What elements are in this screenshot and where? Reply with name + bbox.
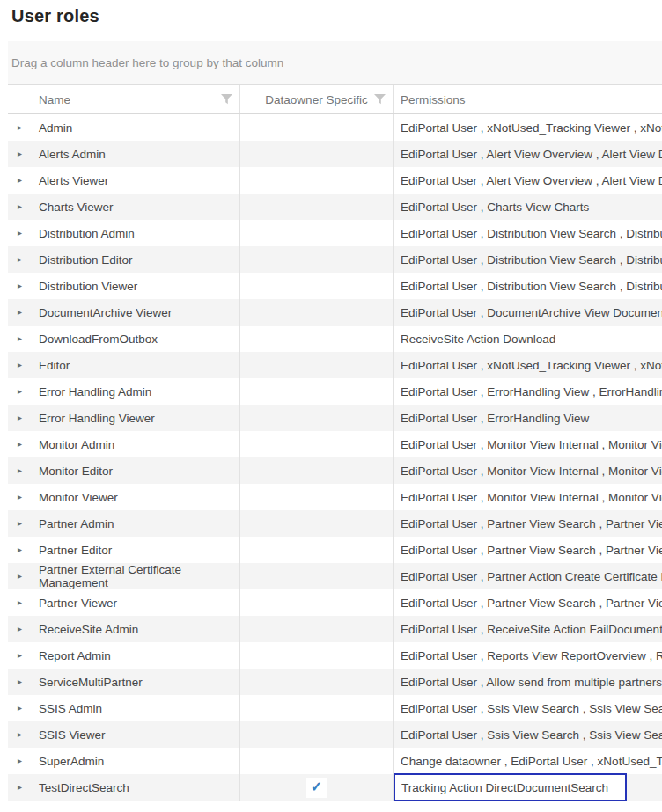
expand-row-icon[interactable]: ▸	[18, 387, 39, 396]
table-row[interactable]: ▸ Charts Viewer EdiPortal User , Charts …	[8, 194, 662, 220]
dataowner-specific-cell[interactable]	[240, 246, 394, 273]
dataowner-specific-cell[interactable]	[240, 273, 394, 299]
permissions-cell[interactable]: EdiPortal User , xNotUsed_Tracking Viewe…	[394, 352, 662, 378]
permissions-cell[interactable]: EdiPortal User , Ssis View Search , Ssis…	[394, 695, 662, 721]
permissions-cell[interactable]: EdiPortal User , Charts View Charts	[394, 194, 662, 220]
name-cell[interactable]: ▸ Partner External Certificate Managemen…	[8, 563, 240, 589]
permissions-cell[interactable]: EdiPortal User , Distribution View Searc…	[394, 220, 662, 246]
table-row[interactable]: ▸ Report Admin EdiPortal User , Reports …	[8, 642, 662, 669]
table-row[interactable]: ▸ SSIS Viewer EdiPortal User , Ssis View…	[8, 721, 662, 748]
dataowner-specific-cell[interactable]	[240, 537, 394, 563]
group-by-drop-zone[interactable]: Drag a column header here to group by th…	[8, 41, 662, 85]
expand-row-icon[interactable]: ▸	[18, 282, 39, 290]
column-header-dataowner-specific[interactable]: Dataowner Specific	[240, 85, 394, 113]
name-cell[interactable]: ▸ Monitor Editor	[8, 457, 240, 484]
dataowner-specific-cell[interactable]: ✓	[240, 774, 394, 801]
name-cell[interactable]: ▸ Distribution Viewer	[8, 273, 240, 299]
name-cell[interactable]: ▸ TestDirectSearch	[8, 774, 240, 801]
dataowner-specific-cell[interactable]	[240, 299, 394, 326]
name-cell[interactable]: ▸ Alerts Admin	[8, 141, 240, 167]
expand-row-icon[interactable]: ▸	[18, 730, 39, 739]
table-row[interactable]: ▸ ReceiveSite Admin EdiPortal User , Rec…	[8, 616, 662, 642]
dataowner-specific-cell[interactable]	[240, 510, 394, 537]
permissions-cell[interactable]: EdiPortal User , Distribution View Searc…	[394, 273, 662, 299]
table-row[interactable]: ▸ Monitor Viewer EdiPortal User , Monito…	[8, 484, 662, 510]
expand-row-icon[interactable]: ▸	[18, 651, 39, 660]
permissions-cell[interactable]: EdiPortal User , Allow send from multipl…	[394, 669, 662, 695]
name-cell[interactable]: ▸ Partner Editor	[8, 537, 240, 563]
permissions-cell[interactable]: EdiPortal User , Ssis View Search , Ssis…	[394, 721, 662, 748]
column-header-permissions[interactable]: Permissions	[394, 85, 662, 113]
permissions-cell[interactable]: EdiPortal User , Alert View Overview , A…	[394, 167, 662, 194]
expand-row-icon[interactable]: ▸	[18, 334, 39, 343]
dataowner-specific-cell[interactable]	[240, 695, 394, 721]
expand-row-icon[interactable]: ▸	[18, 229, 39, 238]
dataowner-specific-cell[interactable]	[240, 114, 394, 141]
name-cell[interactable]: ▸ Distribution Editor	[8, 246, 240, 273]
expand-row-icon[interactable]: ▸	[18, 519, 39, 528]
table-row[interactable]: ▸ SSIS Admin EdiPortal User , Ssis View …	[8, 695, 662, 721]
expand-row-icon[interactable]: ▸	[18, 413, 39, 422]
permissions-cell[interactable]: EdiPortal User , ErrorHandling View	[394, 405, 662, 431]
table-row[interactable]: ▸ Distribution Viewer EdiPortal User , D…	[8, 273, 662, 299]
expand-row-icon[interactable]: ▸	[18, 466, 39, 475]
expand-row-icon[interactable]: ▸	[18, 598, 39, 607]
name-cell[interactable]: ▸ Distribution Admin	[8, 220, 240, 246]
permissions-cell[interactable]: EdiPortal User , Partner View Search , P…	[394, 589, 662, 616]
dataowner-specific-cell[interactable]	[240, 669, 394, 695]
table-row[interactable]: ▸ Partner External Certificate Managemen…	[8, 563, 662, 589]
permissions-cell[interactable]: EdiPortal User , Monitor View Internal ,…	[394, 431, 662, 457]
dataowner-specific-cell[interactable]	[240, 405, 394, 431]
dataowner-specific-cell[interactable]	[240, 141, 394, 167]
dataowner-specific-cell[interactable]	[240, 326, 394, 352]
permissions-cell[interactable]: Change dataowner , EdiPortal User , xNot…	[394, 748, 662, 774]
checkbox[interactable]: ✓	[306, 778, 327, 798]
expand-row-icon[interactable]: ▸	[18, 361, 39, 369]
dataowner-specific-cell[interactable]	[240, 352, 394, 378]
table-row[interactable]: ▸ Partner Editor EdiPortal User , Partne…	[8, 537, 662, 563]
table-row[interactable]: ▸ Monitor Admin EdiPortal User , Monitor…	[8, 431, 662, 457]
permissions-cell[interactable]: Tracking Action DirectDocumentSearch	[394, 774, 662, 801]
table-row[interactable]: ▸ ServiceMultiPartner EdiPortal User , A…	[8, 669, 662, 695]
table-row[interactable]: ▸ Editor EdiPortal User , xNotUsed_Track…	[8, 352, 662, 378]
table-row[interactable]: ▸ Monitor Editor EdiPortal User , Monito…	[8, 457, 662, 484]
name-cell[interactable]: ▸ Charts Viewer	[8, 194, 240, 220]
expand-row-icon[interactable]: ▸	[18, 440, 39, 449]
dataowner-specific-cell[interactable]	[240, 431, 394, 457]
permissions-cell[interactable]: EdiPortal User , Monitor View Internal ,…	[394, 457, 662, 484]
permissions-cell[interactable]: EdiPortal User , Monitor View Internal ,…	[394, 484, 662, 510]
name-cell[interactable]: ▸ Error Handling Viewer	[8, 405, 240, 431]
table-row[interactable]: ▸ DownloadFromOutbox ReceiveSite Action …	[8, 326, 662, 352]
dataowner-specific-cell[interactable]	[240, 194, 394, 220]
name-cell[interactable]: ▸ Monitor Viewer	[8, 484, 240, 510]
table-row[interactable]: ▸ DocumentArchive Viewer EdiPortal User …	[8, 299, 662, 326]
permissions-cell[interactable]: EdiPortal User , Alert View Overview , A…	[394, 141, 662, 167]
expand-row-icon[interactable]: ▸	[18, 783, 39, 792]
table-row[interactable]: ▸ Alerts Admin EdiPortal User , Alert Vi…	[8, 141, 662, 167]
name-cell[interactable]: ▸ ServiceMultiPartner	[8, 669, 240, 695]
expand-row-icon[interactable]: ▸	[18, 757, 39, 765]
table-row[interactable]: ▸ Error Handling Viewer EdiPortal User ,…	[8, 405, 662, 431]
dataowner-specific-cell[interactable]	[240, 721, 394, 748]
expand-row-icon[interactable]: ▸	[18, 625, 39, 633]
dataowner-specific-cell[interactable]	[240, 220, 394, 246]
name-cell[interactable]: ▸ SSIS Viewer	[8, 721, 240, 748]
expand-row-icon[interactable]: ▸	[18, 202, 39, 211]
expand-row-icon[interactable]: ▸	[18, 176, 39, 185]
table-row[interactable]: ▸ Admin EdiPortal User , xNotUsed_Tracki…	[8, 114, 662, 141]
filter-icon[interactable]	[221, 94, 232, 105]
name-cell[interactable]: ▸ DownloadFromOutbox	[8, 326, 240, 352]
dataowner-specific-cell[interactable]	[240, 167, 394, 194]
column-header-name[interactable]: Name	[8, 85, 240, 113]
dataowner-specific-cell[interactable]	[240, 616, 394, 642]
name-cell[interactable]: ▸ ReceiveSite Admin	[8, 616, 240, 642]
name-cell[interactable]: ▸ SuperAdmin	[8, 748, 240, 774]
table-row[interactable]: ▸ Distribution Editor EdiPortal User , D…	[8, 246, 662, 273]
name-cell[interactable]: ▸ Partner Admin	[8, 510, 240, 537]
table-row[interactable]: ▸ SuperAdmin Change dataowner , EdiPorta…	[8, 748, 662, 774]
dataowner-specific-cell[interactable]	[240, 642, 394, 669]
name-cell[interactable]: ▸ Admin	[8, 114, 240, 141]
name-cell[interactable]: ▸ SSIS Admin	[8, 695, 240, 721]
permissions-cell[interactable]: EdiPortal User , ErrorHandling View , Er…	[394, 378, 662, 405]
name-cell[interactable]: ▸ Alerts Viewer	[8, 167, 240, 194]
